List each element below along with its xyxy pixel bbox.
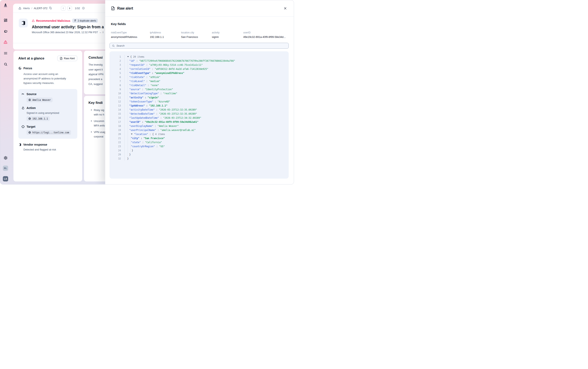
avatar[interactable]: RL (3, 166, 8, 171)
json-key: "correlationId" (129, 68, 150, 70)
office365-icon (18, 143, 21, 146)
json-line: 32} (109, 157, 289, 161)
previous-alert-button[interactable] (61, 6, 66, 10)
sidebar-item-search[interactable] (3, 62, 8, 66)
json-line: 19"userPrincipalName" : "amelia.weaver@r… (109, 128, 289, 132)
key-field: userID49e19c32-691a-40f9-8f99-58e34d... (243, 31, 286, 39)
search-input[interactable] (116, 44, 286, 47)
json-line: 16"lastUpdatedDateTime" : "2026-03-23T12… (109, 116, 289, 120)
bullet-dot (91, 120, 92, 121)
duplicate-alerts-badge[interactable]: 2 duplicate alerts (72, 19, 98, 23)
settings-button[interactable] (3, 156, 8, 160)
key-fields-row: riskEventTypeanonymizedIPAddressipAddres… (111, 31, 288, 39)
alert-triangle-icon (32, 19, 35, 22)
action-section-label: Action (21, 106, 74, 110)
alert-at-a-glance-card: Alert at a glance Raw Alert (13, 51, 82, 181)
line-number: 22 (109, 140, 121, 144)
json-value: "signin" (148, 96, 159, 99)
next-alert-button[interactable] (67, 6, 72, 10)
json-key: "city" (131, 137, 139, 140)
sidebar-item-dashboard[interactable] (3, 18, 8, 22)
indent-guide (128, 120, 128, 124)
json-key: "userID" (129, 120, 140, 123)
indent-guide (128, 124, 128, 128)
json-value: "US" (159, 145, 165, 148)
collapse-caret-icon[interactable] (131, 134, 133, 135)
key-field-label: ipAddress (150, 31, 164, 34)
key-field-value: anonymizedIPAddress (111, 35, 137, 39)
focus-icon (18, 67, 22, 70)
vendor-response-label: Vendor response (18, 143, 77, 146)
line-number: 6 (109, 75, 121, 79)
json-separator: : (159, 92, 163, 95)
json-key: "detectionTimingType" (129, 92, 159, 95)
sidebar-item-alerts[interactable] (3, 40, 8, 44)
copy-icon[interactable] (49, 7, 52, 10)
json-value: "2026-03-23T12:32:35.60289" (159, 108, 197, 111)
indent-guide (128, 100, 128, 104)
raw-alert-button[interactable]: Raw Alert (57, 56, 77, 61)
json-key: "userPrincipalName" (129, 129, 156, 131)
drawer-search[interactable] (109, 43, 289, 49)
json-key: "riskEventType" (129, 72, 150, 75)
folders-icon (4, 29, 8, 33)
json-line: 2"id" : "b87l7729hhoh7966868kk576226867b… (109, 59, 289, 63)
json-line-content: "riskState" : "atRisk" (127, 75, 160, 79)
json-viewer[interactable]: 1{ 20 items2"id" : "b87l7729hhoh7966868k… (109, 51, 289, 179)
json-key: "riskLevel" (129, 80, 145, 83)
sidebar-item-queue[interactable] (3, 51, 8, 55)
json-line: 5"riskEventType" : "anonymizedIPAddress" (109, 71, 289, 75)
app-window: RL LA Alerts / ALERT-372 (0, 0, 294, 184)
json-line-content: "location" : { 4 items (127, 132, 165, 136)
json-value: "a9fd4312-84fd-4a2d-afa6-7141283de925" (155, 68, 208, 70)
info-icon[interactable] (82, 7, 85, 10)
json-separator: : (155, 108, 159, 111)
pager-count: 1/32 (75, 7, 80, 10)
gear-icon (4, 156, 8, 160)
json-key: "tokenIssuerType" (129, 100, 153, 103)
indent-guide (128, 149, 128, 152)
collapse-caret-icon[interactable] (127, 56, 129, 57)
json-line: 7"riskLevel" : "medium" (109, 79, 289, 83)
key-finding-text: UncommMFA enfo (94, 119, 105, 128)
json-line: 11"activity" : "signin" (109, 96, 289, 100)
line-number: 21 (109, 136, 121, 140)
search-icon (112, 44, 115, 47)
json-line: 8"riskDetail" : "none" (109, 83, 289, 87)
close-icon[interactable] (283, 6, 288, 11)
line-number: 19 (109, 128, 121, 132)
gutter (121, 67, 125, 71)
line-number: 7 (109, 79, 121, 83)
json-line-content: "userDisplayName" : "Amelia Weaver" (127, 124, 178, 128)
gutter (121, 100, 125, 104)
key-field-value: signin (212, 35, 220, 39)
gutter (121, 63, 125, 67)
json-line: 29} (109, 152, 289, 157)
json-line: 17"userID" : "49e19c32-691a-40f9-8f99-58… (109, 120, 289, 124)
json-line: 13"ipAddress" : "192.168.1.1" (109, 104, 289, 108)
flame-icon (21, 106, 25, 110)
breadcrumb-section[interactable]: Alerts (23, 7, 30, 10)
line-number: 12 (109, 100, 121, 104)
json-line: 4"correlationId" : "a9fd4312-84fd-4a2d-a… (109, 67, 289, 71)
gutter (121, 112, 125, 116)
json-value: "b87l7729hhoh7966868kk576226867b76677679… (139, 60, 235, 62)
json-line: 9"source" : "IdentityProtection" (109, 87, 289, 91)
key-field: ipAddress192.168.1.1 (150, 31, 164, 39)
avatar[interactable]: LA (3, 176, 8, 181)
json-line-content: "city" : "San Francisco" (127, 136, 165, 140)
json-value: "Amelia Weaver" (158, 125, 178, 128)
indent-guide (128, 108, 128, 112)
line-number: 14 (109, 108, 121, 112)
action-ip-chip[interactable]: 192.168.1.1 (27, 116, 50, 121)
json-line-content: "riskEventType" : "anonymizedIPAddress" (127, 71, 184, 75)
sidebar-item-cases[interactable] (3, 29, 8, 33)
source-user-chip[interactable]: Amelia Weaver (27, 98, 52, 102)
json-key: "source" (129, 88, 140, 91)
breadcrumb: Alerts / ALERT-372 (18, 7, 52, 10)
json-separator: : (139, 137, 144, 140)
json-key: "detectedDateTime" (129, 112, 155, 115)
line-number: 10 (109, 91, 121, 96)
target-url-chip[interactable]: https://logi...tonline.com (27, 130, 71, 135)
line-number: 16 (109, 116, 121, 120)
